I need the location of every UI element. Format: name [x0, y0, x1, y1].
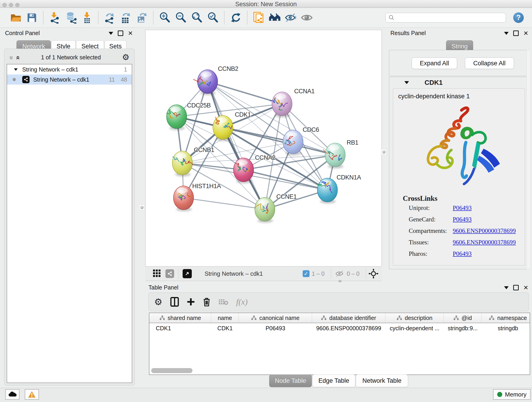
network-node-hist1h1a[interactable]: HIST1H1A	[173, 183, 221, 211]
zoom-in-button[interactable]	[158, 11, 171, 25]
selected-indicator-checkbox[interactable]: ✓	[303, 270, 310, 277]
collapse-tree-icon[interactable]	[14, 68, 18, 70]
right-splitter-handle[interactable]	[381, 149, 386, 155]
save-session-button[interactable]	[25, 11, 38, 25]
cloud-status-button[interactable]	[5, 389, 19, 400]
horizontal-scrollbar[interactable]	[151, 368, 192, 373]
crosslink-label: Tissues:	[409, 239, 453, 246]
table-header-row: shared name name canonical name database…	[149, 313, 530, 323]
fit-content-button[interactable]	[190, 11, 203, 25]
crosslink-link[interactable]: 9606.ENSP00000378699	[453, 227, 516, 235]
grid-view-icon[interactable]	[153, 269, 161, 278]
column-header[interactable]: database identifier	[312, 313, 385, 323]
crosslink-link[interactable]: P06493	[453, 250, 472, 257]
warnings-button[interactable]	[25, 389, 39, 400]
node-table[interactable]: shared name name canonical name database…	[149, 313, 530, 375]
delete-table-icon[interactable]	[218, 298, 228, 306]
export-network-button[interactable]	[103, 11, 116, 25]
crosslink-link[interactable]: P06493	[453, 204, 472, 211]
create-column-icon[interactable]	[187, 298, 195, 306]
network-canvas[interactable]: CCNB2CCNA1CDC25BCDK1CDC6RB1CCNB1CCNA2CDK…	[145, 30, 382, 266]
search-input[interactable]	[385, 13, 506, 22]
tab-network-table[interactable]: Network Table	[356, 375, 408, 387]
string-document-icon	[253, 11, 265, 24]
table-grid-icon	[122, 18, 128, 23]
memory-button[interactable]: Memory	[493, 389, 531, 400]
selected-counts: 1 – 0	[312, 270, 325, 277]
import-table-file-button[interactable]	[80, 11, 94, 25]
download-arrow-icon	[84, 12, 89, 18]
crosslink-row: Tissues: 9606.ENSP00000378699	[409, 239, 525, 246]
help-button[interactable]: ?	[513, 12, 524, 23]
network-row-selected[interactable]: String Network – cdk1 11 48	[7, 75, 132, 85]
network-collection-row[interactable]: String Network – cdk1 1	[7, 64, 132, 75]
export-table-button[interactable]	[119, 11, 133, 25]
float-panel-icon[interactable]	[513, 31, 519, 36]
tab-node-table[interactable]: Node Table	[269, 375, 312, 387]
zoom-selected-button[interactable]	[206, 11, 220, 25]
collapse-panel-icon[interactable]	[504, 32, 509, 35]
collapse-protein-icon[interactable]	[404, 81, 409, 84]
collapse-panel-icon[interactable]	[109, 32, 113, 35]
application-window: Session: New Session	[0, 0, 532, 402]
collapse-all-button[interactable]: Collapse All	[465, 57, 514, 69]
network-node-ccna1[interactable]: CCNA1	[270, 88, 315, 117]
column-header[interactable]: canonical name	[239, 313, 312, 323]
column-type-icon	[251, 315, 257, 320]
collapse-panel-icon[interactable]	[504, 286, 509, 289]
network-node-rb1[interactable]: RB1	[323, 139, 358, 168]
protein-name: CDK1	[424, 79, 443, 86]
column-header[interactable]: description	[385, 313, 444, 323]
function-builder-icon[interactable]: f(x)	[236, 297, 248, 307]
tab-edge-table[interactable]: Edge Table	[312, 375, 355, 387]
import-network-database-button[interactable]	[64, 11, 77, 25]
network-share-icon	[105, 17, 113, 24]
birds-eye-view-icon[interactable]	[183, 269, 192, 278]
table-options-gear-icon[interactable]: ⚙	[154, 297, 162, 306]
table-row[interactable]: CDK1 CDK1 P06493 9606.ENSP00000378699 cy…	[149, 323, 530, 333]
column-header[interactable]: @id	[444, 313, 481, 323]
expand-all-button[interactable]: Expand All	[412, 57, 457, 69]
cell-id: stringdb:9...	[444, 325, 481, 332]
column-header[interactable]: namespace	[481, 313, 530, 323]
refresh-view-button[interactable]	[229, 11, 242, 25]
center-view-crosshair-icon[interactable]	[368, 269, 379, 279]
network-options-gear-icon[interactable]: ⚙	[122, 53, 129, 61]
cloud-icon	[8, 391, 17, 397]
protein-header[interactable]: CDK1	[389, 77, 529, 88]
open-folder-icon	[10, 12, 22, 23]
show-all-button[interactable]	[300, 11, 313, 25]
export-image-button[interactable]	[135, 11, 148, 25]
left-splitter-handle[interactable]	[139, 204, 145, 211]
horizontal-splitter-handle[interactable]	[338, 280, 342, 282]
results-scrollbar[interactable]	[526, 50, 531, 269]
network-node-ccne1[interactable]: CCNE1	[255, 193, 297, 223]
protein-description: cyclin-dependent kinase 1	[398, 93, 525, 100]
close-panel-icon[interactable]: ✕	[128, 30, 133, 36]
toolbar-separator	[43, 11, 44, 24]
hide-selected-button[interactable]	[284, 11, 298, 25]
zoom-out-button[interactable]	[174, 11, 187, 25]
delete-column-icon[interactable]	[203, 297, 210, 306]
crosslink-link[interactable]: P06493	[453, 216, 472, 223]
string-home-button[interactable]	[268, 11, 281, 25]
save-icon	[26, 12, 37, 23]
close-panel-icon[interactable]: ✕	[523, 285, 528, 291]
string-protein-query-button[interactable]	[252, 11, 265, 25]
network-graph[interactable]: CCNB2CCNA1CDC25BCDK1CDC6RB1CCNB1CCNA2CDK…	[146, 30, 381, 266]
network-share-view-icon[interactable]	[165, 269, 174, 278]
expand-all-networks-icon[interactable]: «	[14, 56, 22, 59]
network-node-cdkn1a[interactable]: CDKN1A	[317, 174, 361, 204]
import-network-file-button[interactable]	[48, 11, 61, 25]
open-session-button[interactable]	[9, 11, 22, 25]
float-panel-icon[interactable]	[513, 285, 519, 290]
float-panel-icon[interactable]	[118, 31, 123, 36]
column-header[interactable]: shared name	[149, 313, 211, 323]
close-panel-icon[interactable]: ✕	[523, 30, 528, 36]
crosslink-link[interactable]: 9606.ENSP00000378699	[453, 239, 516, 246]
database-icon	[67, 12, 73, 20]
column-header[interactable]: name	[211, 313, 239, 323]
network-node-cdc6[interactable]: CDC6	[283, 126, 319, 155]
column-type-icon	[453, 315, 459, 320]
show-columns-icon[interactable]	[170, 297, 179, 307]
